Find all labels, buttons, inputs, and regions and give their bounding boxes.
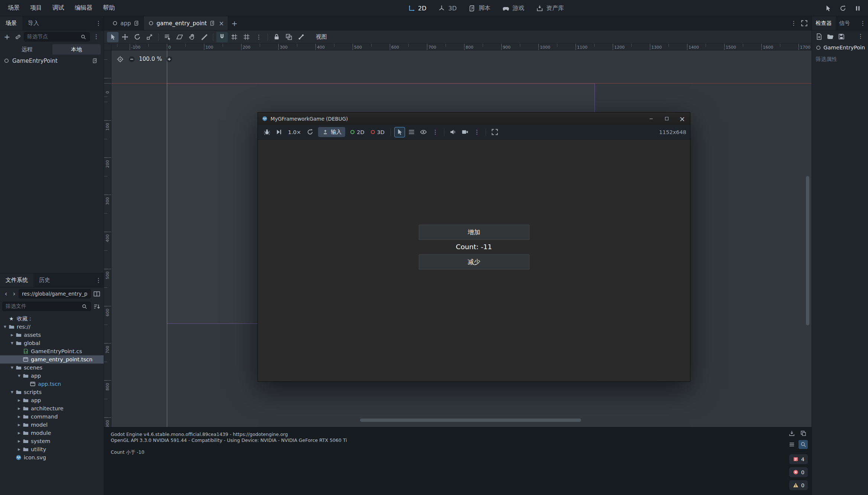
move-tool[interactable] [119, 32, 131, 42]
fs-item-architecture[interactable]: ▶architecture [0, 404, 104, 413]
audio-mute-button[interactable] [448, 127, 459, 137]
tab-filesystem[interactable]: 文件系统 [0, 273, 33, 287]
tree-collapse-arrow[interactable]: ▼ [16, 374, 22, 378]
remote-button[interactable]: 远程 [3, 44, 51, 55]
workspace-assetlib[interactable]: 资产库 [531, 2, 568, 14]
fs-item-command[interactable]: ▶command [0, 413, 104, 421]
new-resource-button[interactable] [814, 32, 824, 41]
reset-speed-button[interactable] [305, 127, 315, 137]
grid-toggle[interactable] [241, 32, 252, 42]
tree-expand-arrow[interactable]: ▶ [16, 431, 22, 435]
mode-3d-button[interactable]: 3D [368, 129, 387, 135]
fs-item-app-tscn[interactable]: app.tscn [0, 380, 104, 388]
new-scene-tab-button[interactable]: + [228, 16, 241, 30]
pause-button[interactable] [852, 3, 863, 13]
scene-tabs-menu-button[interactable]: ⋮ [788, 16, 799, 30]
current-path-field[interactable]: res://global/game_entry_p [19, 289, 91, 299]
workspace-2d[interactable]: 2D [403, 2, 431, 14]
minimize-button[interactable] [643, 113, 659, 125]
select-tool[interactable] [107, 32, 119, 42]
tree-collapse-arrow[interactable]: ▼ [2, 325, 8, 329]
load-resource-button[interactable] [825, 32, 835, 41]
fs-item-icon-svg[interactable]: icon.svg [0, 453, 104, 462]
tree-collapse-arrow[interactable]: ▼ [9, 341, 15, 345]
tab-signals[interactable]: 信号 [836, 16, 854, 30]
close-tab-icon[interactable]: × [218, 20, 224, 27]
snap-options-menu[interactable]: ⋮ [253, 32, 265, 42]
view-menu-button[interactable]: 视图 [312, 32, 331, 42]
workspace-script[interactable]: 脚本 [464, 2, 495, 14]
group-node-button[interactable] [283, 32, 295, 42]
tree-expand-arrow[interactable]: ▶ [16, 407, 22, 410]
zoom-out-button[interactable] [127, 55, 136, 63]
visibility-button[interactable] [418, 127, 429, 137]
tree-expand-arrow[interactable]: ▶ [9, 333, 15, 337]
time-scale-label[interactable]: 1.0× [285, 129, 304, 135]
fs-item-gameentrypoint-cs[interactable]: C#GameEntryPoint.cs [0, 347, 104, 355]
filter-files-input[interactable]: 筛选文件 [2, 302, 91, 311]
scene-dock-menu-button[interactable]: ⋮ [93, 16, 104, 30]
tab-scene[interactable]: 场景 [0, 16, 22, 30]
ruler-tool[interactable] [198, 32, 210, 42]
workspace-3d[interactable]: 3D [434, 2, 461, 14]
embed-fullscreen-button[interactable] [489, 127, 500, 137]
skeleton-options-menu[interactable] [295, 32, 307, 42]
output-search-button[interactable] [799, 440, 808, 449]
increase-button[interactable]: 增加 [419, 225, 529, 240]
tab-inspector[interactable]: 检查器 [812, 16, 836, 30]
node-list-mode-button[interactable] [406, 127, 417, 137]
maximize-button[interactable] [659, 113, 674, 125]
fs-item-scenes-app[interactable]: ▼app [0, 372, 104, 380]
tab-history[interactable]: 历史 [33, 273, 56, 287]
filter-properties-input[interactable]: 筛选属性 [812, 53, 868, 66]
fs-item-assets[interactable]: ▶assets [0, 331, 104, 339]
pointer-mode-button[interactable] [823, 3, 833, 13]
file-sort-button[interactable] [92, 302, 101, 311]
fs-item-game-entry-point-tscn[interactable]: game_entry_point.tscn [0, 355, 104, 364]
fs-item-res-root[interactable]: ▼res:// [0, 323, 104, 331]
tree-expand-arrow[interactable]: ▶ [16, 415, 22, 419]
list-select-tool[interactable] [162, 32, 173, 42]
menu-debug[interactable]: 调试 [48, 2, 69, 14]
input-mode-button[interactable]: 输入 [318, 127, 345, 137]
output-list-button[interactable] [787, 440, 796, 449]
game-window-titlebar[interactable]: MyGFrameworkGame (DEBUG) × [258, 113, 690, 125]
camera-override-button[interactable] [460, 127, 470, 137]
tree-collapse-arrow[interactable]: ▼ [9, 366, 15, 369]
add-node-button[interactable]: + [2, 32, 12, 42]
camera-options-menu[interactable]: ⋮ [472, 127, 482, 137]
zoom-in-button[interactable] [165, 55, 174, 63]
center-view-icon[interactable] [116, 55, 124, 63]
menu-editor[interactable]: 编辑器 [70, 2, 97, 14]
vertical-scrollbar[interactable] [806, 176, 809, 325]
smart-snap-toggle[interactable] [216, 32, 228, 42]
debug-session-button[interactable] [262, 127, 272, 137]
open-script-icon[interactable] [91, 58, 98, 64]
fs-item-favorites[interactable]: ★收藏： [0, 315, 104, 323]
instance-scene-button[interactable] [13, 32, 23, 42]
fs-item-global[interactable]: ▼global [0, 339, 104, 347]
tab-import[interactable]: 导入 [22, 16, 45, 30]
fs-item-system[interactable]: ▶system [0, 437, 104, 445]
fs-item-utility[interactable]: ▶utility [0, 445, 104, 453]
scale-tool[interactable] [144, 32, 155, 42]
save-resource-button[interactable] [836, 32, 846, 41]
decrease-button[interactable]: 减少 [419, 254, 529, 270]
horizontal-scrollbar[interactable] [360, 419, 581, 422]
pan-tool[interactable] [186, 32, 198, 42]
scene-tab-game-entry-point[interactable]: game_entry_point × [144, 16, 228, 30]
copy-output-button[interactable] [799, 429, 808, 438]
menu-scene[interactable]: 场景 [3, 2, 25, 14]
inspector-extra-menu-button[interactable]: ⋮ [855, 32, 866, 40]
scene-tree-menu-button[interactable]: ⋮ [91, 33, 101, 41]
rotate-tool[interactable] [132, 32, 143, 42]
scene-node-gameentrypoint[interactable]: GameEntryPoint [0, 56, 104, 66]
split-mode-button[interactable] [92, 289, 101, 299]
pick-node-tool-button[interactable] [394, 127, 405, 137]
menu-help[interactable]: 帮助 [98, 2, 120, 14]
menu-project[interactable]: 项目 [25, 2, 47, 14]
fs-item-model[interactable]: ▶model [0, 421, 104, 429]
inspector-dock-menu-button[interactable]: ⋮ [858, 16, 868, 30]
grid-snap-toggle[interactable] [229, 32, 240, 42]
debugger-count-badge[interactable]: 4 [789, 454, 808, 464]
